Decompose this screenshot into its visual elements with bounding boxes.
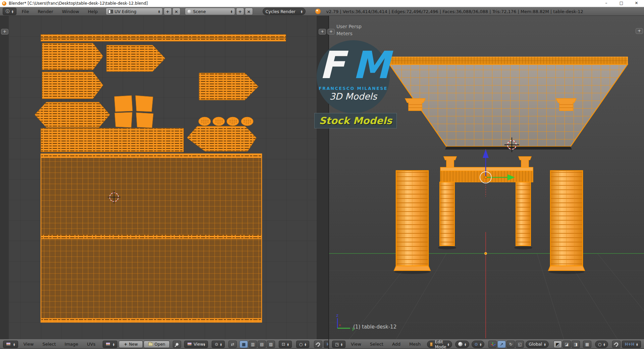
menu-file[interactable]: File — [17, 9, 34, 14]
blender-logo-icon — [315, 9, 321, 14]
limit-selection-visible-button[interactable]: ▦ — [583, 341, 591, 348]
viewport-shading-selector[interactable]: ▲▼ — [455, 341, 469, 348]
editor-type-selector[interactable]: ⓘ ▲▼ — [3, 8, 16, 15]
translate-manipulator-button[interactable]: ↗ — [497, 341, 506, 348]
viewport-header: ◳ ▲▼ View Select Add Mesh Edit Mode ▲▼ ▲… — [329, 339, 644, 349]
menu-help[interactable]: Help — [84, 9, 102, 14]
view3d-editor-icon: ◳ — [335, 342, 339, 346]
edge-cube-icon: ◪ — [565, 342, 569, 346]
view3d-menu-view[interactable]: View — [346, 342, 366, 347]
view3d-menu-select[interactable]: Select — [366, 342, 388, 347]
viewport-editor-type-selector[interactable]: ◳ ▲▼ — [332, 341, 345, 348]
pin-toggle-button[interactable] — [173, 341, 181, 348]
magnet-icon — [613, 341, 619, 347]
expand-properties-button[interactable]: + — [636, 28, 643, 34]
pivot-center-icon: ⊙ — [215, 342, 218, 346]
proportional-edit-icon: ○ — [598, 342, 601, 346]
uv-select-vertex-button[interactable]: ▦ — [239, 341, 248, 348]
add-layout-button[interactable]: + — [164, 8, 172, 15]
updown-arrows: ▲▼ — [301, 10, 303, 13]
expand-region-button-left[interactable]: + — [1, 29, 8, 35]
face-select-button[interactable]: ◨ — [572, 341, 580, 348]
watermark-subtitle: 3D Models — [317, 91, 390, 102]
viewport-snap-element-selector[interactable]: H+H ▲▼ — [622, 341, 641, 348]
active-object-info: (1) table-desk-12 — [353, 324, 396, 330]
sticky-selection-selector[interactable]: ⊡ ▲▼ — [279, 341, 292, 348]
delete-scene-button[interactable]: × — [245, 8, 253, 15]
uv-editor-canvas[interactable] — [0, 16, 328, 339]
uv-menu-uvs[interactable]: UVs — [83, 342, 100, 347]
uv-menu-image[interactable]: Image — [60, 342, 83, 347]
scene-value: Scene — [193, 9, 206, 14]
viewport-snap-toggle-button[interactable] — [612, 341, 621, 348]
uv-select-edge-button[interactable]: ▥ — [249, 341, 257, 348]
occlude-geometry-icon: ▦ — [585, 342, 589, 346]
screen-layout-selector[interactable]: UV Editing ▲▼ — [106, 8, 163, 15]
close-button[interactable]: ✕ — [629, 0, 644, 7]
updown-arrows: ▲▼ — [636, 343, 638, 346]
maximize-button[interactable]: □ — [614, 0, 629, 7]
open-image-label: Open — [155, 342, 165, 347]
open-image-button[interactable]: Open — [144, 341, 170, 348]
vertex-select-button[interactable]: ◩ — [553, 341, 562, 348]
view3d-menu-add[interactable]: Add — [388, 342, 405, 347]
table-model — [386, 57, 631, 274]
plus-icon: + — [124, 342, 127, 347]
uv-display-mode-selector[interactable]: View ▲▼ — [184, 341, 208, 348]
proportional-edit-selector[interactable]: ○ ▲▼ — [296, 341, 309, 348]
new-image-button[interactable]: + New — [119, 341, 143, 348]
uv-sync-selection-toggle[interactable]: ⇄ — [228, 341, 237, 348]
rotate-manipulator-button[interactable]: ↻ — [506, 341, 515, 348]
mesh-select-mode-group: ◩ ◪ ◨ — [553, 341, 580, 348]
menu-render[interactable]: Render — [33, 9, 57, 14]
scale-manipulator-button[interactable]: ◱ — [516, 341, 524, 348]
pivot-point-icon: ⊙ — [475, 342, 478, 346]
uv-selection-mode-group: ▦ ▥ ▤ ▨ — [239, 341, 275, 348]
expand-region-button-uv-right[interactable]: + — [319, 29, 326, 35]
viewport-proportional-edit-selector[interactable]: ○ ▲▼ — [595, 341, 608, 348]
translate-arrow-icon: ↗ — [500, 342, 503, 346]
watermark-banner-text: Stock Models — [319, 115, 392, 126]
object-origin-dot — [485, 252, 487, 255]
updown-arrows: ▲▼ — [465, 343, 466, 346]
add-scene-button[interactable]: + — [236, 8, 244, 15]
delete-layout-button[interactable]: × — [172, 8, 180, 15]
uv-pivot-selector[interactable]: ⊙ ▲▼ — [212, 341, 225, 348]
pivot-point-selector[interactable]: ⊙ ▲▼ — [472, 341, 485, 348]
uv-menu-select[interactable]: Select — [38, 342, 60, 347]
uv-menu-view[interactable]: View — [19, 342, 38, 347]
image-datablock-selector[interactable]: ▲▼ — [103, 341, 118, 348]
snap-toggle-button[interactable] — [314, 341, 322, 348]
sticky-selection-icon: ⊡ — [282, 342, 285, 346]
transform-orientation-selector[interactable]: Global ▲▼ — [526, 341, 549, 348]
screen-layout-value: UV Editing — [115, 9, 137, 14]
snap-increment-icon: H+H — [625, 342, 634, 346]
updown-arrows: ▲▼ — [287, 343, 289, 346]
pin-icon — [175, 342, 179, 346]
face-mode-icon: ▤ — [260, 342, 264, 346]
render-engine-selector[interactable]: Cycles Render ▲▼ — [263, 8, 306, 15]
manipulator-toggle-button[interactable] — [488, 341, 497, 348]
uv-select-face-button[interactable]: ▤ — [258, 341, 266, 348]
vertex-mode-icon: ▦ — [242, 342, 246, 346]
menu-window[interactable]: Window — [58, 9, 84, 14]
uv-editor-type-selector[interactable]: ▲▼ — [3, 341, 18, 348]
view3d-menu-mesh[interactable]: Mesh — [405, 342, 425, 347]
window-titlebar: Blender* [C:\Users\franc\Desktop\table-d… — [0, 0, 644, 7]
magnet-icon — [315, 341, 321, 347]
scene-selector[interactable]: Scene ▲▼ — [185, 8, 235, 15]
expand-toolshelf-button[interactable]: + — [327, 29, 335, 35]
uv-select-island-button[interactable]: ▨ — [267, 341, 275, 348]
uv-display-mode-value: View — [194, 342, 204, 347]
shading-sphere-icon — [458, 342, 463, 346]
manipulator-group: ↗ ↻ ◱ — [488, 341, 524, 348]
mode-selector[interactable]: Edit Mode ▲▼ — [427, 341, 452, 348]
axis-x-label: x — [339, 323, 341, 327]
edge-select-button[interactable]: ◪ — [562, 341, 571, 348]
image-editor-icon — [6, 342, 11, 346]
minimize-button[interactable]: – — [599, 0, 614, 7]
edit-mode-cube-icon — [430, 342, 433, 346]
watermark-initial-m: M — [353, 43, 387, 87]
updown-arrows: ▲▼ — [231, 10, 232, 13]
island-mode-icon: ▨ — [269, 342, 273, 346]
